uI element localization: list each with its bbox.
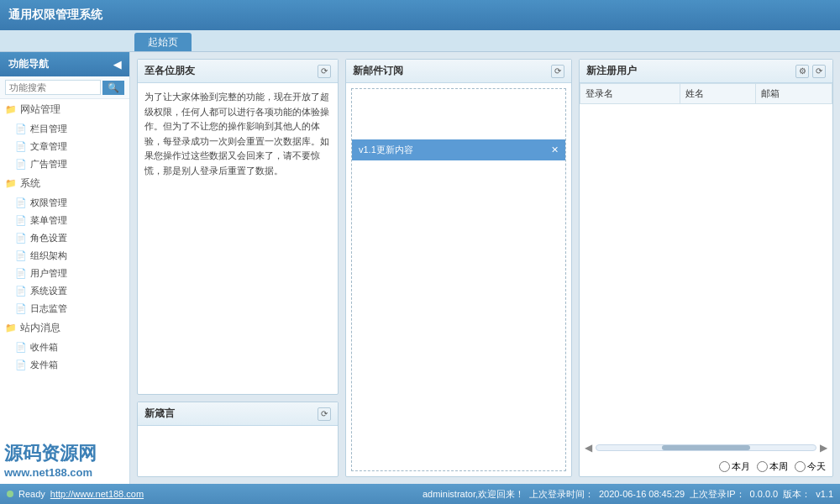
newsletter-dashed-area: v1.1更新内容 ✕ — [351, 88, 566, 471]
sidebar-title: 功能导航 — [8, 57, 49, 71]
panel-notice-refresh-btn[interactable]: ⟳ — [318, 65, 331, 78]
sidebar-header: 功能导航 ◀ — [0, 52, 129, 76]
nav-item-user[interactable]: 📄 用户管理 — [0, 265, 129, 282]
nav-group-website: 📁 网站管理 📄 栏目管理 📄 文章管理 📄 广告管理 — [0, 99, 129, 173]
doc-icon: 📄 — [15, 286, 27, 297]
panel-newsletter: 新邮件订阅 ⟳ v1.1更新内容 ✕ — [345, 59, 572, 477]
panel-newusers-settings-btn[interactable]: ⚙ — [795, 65, 809, 78]
doc-icon: 📄 — [15, 342, 27, 353]
radio-month[interactable]: 本月 — [719, 460, 750, 473]
panel-motto-refresh-btn[interactable]: ⟳ — [318, 407, 331, 421]
nav-item-menu[interactable]: 📄 菜单管理 — [0, 212, 129, 229]
status-user: administrator,欢迎回来！ — [423, 488, 524, 501]
user-table: 登录名 姓名 邮箱 — [580, 83, 832, 104]
app-title: 通用权限管理系统 — [8, 8, 102, 23]
doc-icon: 📄 — [15, 159, 27, 170]
panel-notice-header: 至各位朋友 ⟳ — [138, 60, 338, 83]
folder-icon: 📁 — [5, 104, 17, 115]
col-username: 登录名 — [580, 84, 680, 104]
nav-group-messages: 📁 站内消息 📄 收件箱 📄 发件箱 — [0, 318, 129, 374]
panel-newusers-refresh-btn[interactable]: ⟳ — [812, 65, 826, 78]
nav-item-column-mgmt[interactable]: 📄 栏目管理 — [0, 120, 129, 138]
nav-item-permission[interactable]: 📄 权限管理 — [0, 194, 129, 212]
folder-icon: 📁 — [5, 178, 17, 189]
nav-item-role[interactable]: 📄 角色设置 — [0, 229, 129, 247]
scroll-right-icon[interactable]: ▶ — [820, 442, 827, 454]
doc-icon: 📄 — [15, 141, 27, 152]
scroll-left-icon[interactable]: ◀ — [585, 442, 592, 454]
nav-group-messages-label[interactable]: 📁 站内消息 — [0, 318, 129, 339]
scrollbar-track[interactable] — [596, 444, 816, 451]
nav-group-system-label[interactable]: 📁 系统 — [0, 173, 129, 194]
panel-motto-actions: ⟳ — [318, 407, 331, 421]
app-header: 通用权限管理系统 — [0, 0, 840, 30]
panel-newusers-header: 新注册用户 ⚙ ⟳ — [580, 60, 832, 83]
doc-icon: 📄 — [15, 197, 27, 208]
nav-item-settings[interactable]: 📄 系统设置 — [0, 282, 129, 300]
sidebar-nav: 📁 网站管理 📄 栏目管理 📄 文章管理 📄 广告管理 — [0, 99, 129, 484]
status-last-login-ip: 0.0.0.0 — [750, 489, 779, 499]
statusbar-left: Ready http://www.net188.com — [7, 489, 144, 499]
search-input[interactable] — [5, 80, 101, 95]
newsletter-item-content — [352, 160, 565, 470]
status-version: v1.1 — [816, 489, 833, 499]
panel-newusers-table-area: 登录名 姓名 邮箱 — [580, 83, 832, 438]
nav-item-org[interactable]: 📄 组织架构 — [0, 247, 129, 265]
newsletter-item-close-icon[interactable]: ✕ — [551, 144, 559, 155]
doc-icon: 📄 — [15, 250, 27, 261]
statusbar-right: administrator,欢迎回来！ 上次登录时间： 2020-06-16 0… — [423, 488, 833, 501]
tab-home[interactable]: 起始页 — [134, 33, 192, 51]
panel-motto-title: 新箴言 — [144, 407, 175, 421]
status-last-login-ip-label: 上次登录IP： — [690, 488, 744, 501]
panel-newsletter-header: 新邮件订阅 ⟳ — [346, 60, 571, 83]
newsletter-item-0[interactable]: v1.1更新内容 ✕ — [352, 139, 565, 160]
nav-item-outbox[interactable]: 📄 发件箱 — [0, 356, 129, 374]
status-dot — [7, 491, 13, 497]
col-name: 姓名 — [680, 84, 756, 104]
panel-newusers-actions: ⚙ ⟳ — [795, 65, 826, 78]
status-url[interactable]: http://www.net188.com — [50, 489, 144, 499]
doc-icon: 📄 — [15, 123, 27, 134]
nav-group-website-label[interactable]: 📁 网站管理 — [0, 99, 129, 120]
panel-motto: 新箴言 ⟳ — [137, 402, 339, 477]
sidebar: 功能导航 ◀ 🔍 📁 网站管理 📄 栏目管理 📄 文章管理 — [0, 52, 130, 484]
status-last-login-time-label: 上次登录时间： — [529, 488, 594, 501]
nav-group-system: 📁 系统 📄 权限管理 📄 菜单管理 📄 角色设置 📄 组织架构 — [0, 173, 129, 318]
scrollbar-thumb — [662, 445, 749, 450]
panel-notice: 至各位朋友 ⟳ 为了让大家体验到完整的功能，现在开放了超级权限，任何人都可以进行… — [137, 59, 339, 395]
panel-notice-title: 至各位朋友 — [144, 64, 195, 78]
newsletter-item-label: v1.1更新内容 — [359, 144, 413, 156]
nav-item-log[interactable]: 📄 日志监管 — [0, 300, 129, 318]
doc-icon: 📄 — [15, 215, 27, 226]
panel-newsletter-actions: ⟳ — [551, 65, 564, 78]
newsletter-spacer-top — [352, 89, 565, 139]
panel-motto-header: 新箴言 ⟳ — [138, 402, 338, 426]
panel-newsletter-refresh-btn[interactable]: ⟳ — [551, 65, 564, 78]
main-layout: 功能导航 ◀ 🔍 📁 网站管理 📄 栏目管理 📄 文章管理 — [0, 52, 840, 484]
panel-newusers-title: 新注册用户 — [586, 64, 637, 78]
radio-week[interactable]: 本周 — [757, 460, 788, 473]
tab-bar: 起始页 — [0, 30, 840, 52]
radio-today[interactable]: 今天 — [795, 460, 826, 473]
panel-newusers: 新注册用户 ⚙ ⟳ 登录名 姓名 邮箱 — [579, 59, 833, 477]
doc-icon: 📄 — [15, 233, 27, 244]
panel-notice-actions: ⟳ — [318, 65, 331, 78]
content-area: 至各位朋友 ⟳ 为了让大家体验到完整的功能，现在开放了超级权限，任何人都可以进行… — [130, 52, 840, 484]
doc-icon: 📄 — [15, 303, 27, 314]
status-last-login-time: 2020-06-16 08:45:29 — [599, 489, 685, 499]
search-button[interactable]: 🔍 — [102, 81, 124, 95]
sidebar-search-area: 🔍 — [0, 76, 129, 99]
nav-item-inbox[interactable]: 📄 收件箱 — [0, 339, 129, 356]
folder-icon: 📁 — [5, 323, 17, 333]
panel-notice-content: 为了让大家体验到完整的功能，现在开放了超级权限，任何人都可以进行各项功能的体验操… — [138, 83, 338, 394]
radio-group: 本月 本周 今天 — [580, 457, 832, 476]
status-text: Ready — [18, 489, 45, 499]
panel-newsletter-title: 新邮件订阅 — [353, 64, 403, 78]
nav-item-ad-mgmt[interactable]: 📄 广告管理 — [0, 155, 129, 173]
sidebar-collapse-icon[interactable]: ◀ — [113, 59, 121, 71]
nav-item-article-mgmt[interactable]: 📄 文章管理 — [0, 138, 129, 155]
statusbar: Ready http://www.net188.com administrato… — [0, 484, 840, 504]
panel-motto-content — [138, 426, 338, 476]
scrollbar-area: ◀ ▶ — [580, 438, 832, 457]
panels-left: 至各位朋友 ⟳ 为了让大家体验到完整的功能，现在开放了超级权限，任何人都可以进行… — [137, 59, 339, 477]
